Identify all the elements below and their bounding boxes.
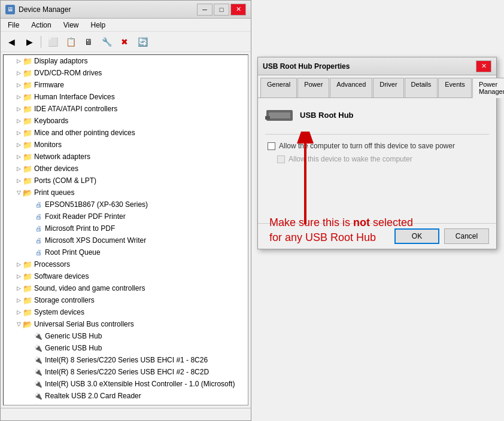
- device-button[interactable]: 🖥: [80, 34, 97, 50]
- tree-item-monitors[interactable]: ▷ 📁 Monitors: [4, 139, 248, 151]
- allow-turnoff-row: Allow the computer to turn off this devi…: [265, 142, 489, 150]
- action-button[interactable]: 📋: [62, 34, 79, 50]
- folder-display-adaptors-icon: 📁: [23, 56, 32, 66]
- toggle-hid[interactable]: ▷: [14, 93, 23, 101]
- tree-item-sound[interactable]: ▷ 📁 Sound, video and game controllers: [4, 282, 248, 294]
- tab-details[interactable]: Details: [405, 78, 438, 97]
- toggle-firmware[interactable]: ▷: [14, 81, 23, 89]
- tree-item-generic-hub-2[interactable]: ▷ 🔌 Generic USB Hub: [4, 342, 248, 354]
- tree-item-system[interactable]: ▷ 📁 System devices: [4, 306, 248, 318]
- toggle-print-queues[interactable]: ▽: [14, 188, 23, 197]
- tab-events[interactable]: Events: [438, 78, 472, 97]
- back-button[interactable]: ◀: [3, 34, 20, 50]
- toggle-dvd[interactable]: ▷: [14, 69, 23, 77]
- minimize-button[interactable]: ─: [197, 4, 212, 16]
- toggle-keyboards[interactable]: ▷: [14, 117, 23, 125]
- toggle-network[interactable]: ▷: [14, 152, 23, 161]
- menu-action[interactable]: Action: [26, 20, 56, 30]
- forward-button[interactable]: ▶: [21, 34, 38, 50]
- tab-power[interactable]: Power: [297, 78, 329, 97]
- tree-item-ports[interactable]: ▷ 📁 Ports (COM & LPT): [4, 175, 248, 187]
- tree-item-dvd[interactable]: ▷ 📁 DVD/CD-ROM drives: [4, 67, 248, 79]
- toggle-system[interactable]: ▷: [14, 308, 23, 316]
- allow-turnoff-label: Allow the computer to turn off this devi…: [279, 142, 455, 150]
- tree-item-display-adaptors[interactable]: ▷ 📁 Display adaptors: [4, 55, 248, 67]
- toggle-monitors[interactable]: ▷: [14, 141, 23, 149]
- tab-general[interactable]: General: [260, 78, 297, 97]
- toggle-software[interactable]: ▷: [14, 272, 23, 280]
- tree-item-hid[interactable]: ▷ 📁 Human Interface Devices: [4, 91, 248, 103]
- tree-item-network[interactable]: ▷ 📁 Network adapters: [4, 151, 248, 163]
- toggle-ports[interactable]: ▷: [14, 176, 23, 185]
- tab-strip: General Power Advanced Driver Details Ev…: [258, 75, 496, 98]
- device-generic-hub-1-icon: 🔌: [34, 331, 43, 341]
- toggle-mice[interactable]: ▷: [14, 129, 23, 137]
- svg-rect-1: [269, 112, 290, 118]
- folder-keyboards-icon: 📁: [23, 116, 32, 126]
- tab-advanced[interactable]: Advanced: [330, 78, 372, 97]
- tree-item-print-queues[interactable]: ▽ 📂 Print queues: [4, 187, 248, 199]
- status-bar: [1, 408, 251, 420]
- toggle-ide[interactable]: ▷: [14, 105, 23, 113]
- menu-view[interactable]: View: [59, 20, 84, 30]
- tree-item-keyboards[interactable]: ▷ 📁 Keyboards: [4, 115, 248, 127]
- folder-ports-icon: 📁: [23, 176, 32, 185]
- title-bar-controls: ─ □ ✕: [197, 4, 246, 16]
- toggle-usb-controllers[interactable]: ▽: [14, 320, 23, 328]
- annotation-bold: not: [353, 216, 370, 228]
- toggle-sound[interactable]: ▷: [14, 284, 23, 292]
- tab-driver[interactable]: Driver: [373, 78, 403, 97]
- tree-item-ms-pdf[interactable]: ▷ 🖨 Microsoft Print to PDF: [4, 222, 248, 234]
- dialog-close-button[interactable]: ✕: [476, 60, 491, 72]
- close-button[interactable]: ✕: [230, 4, 246, 16]
- tree-item-realtek[interactable]: ▷ 🔌 Realtek USB 2.0 Card Reader: [4, 390, 248, 402]
- main-title-bar: 🖥 Device Manager ─ □ ✕: [1, 1, 251, 19]
- tree-item-intel-ehci-2[interactable]: ▷ 🔌 Intel(R) 8 Series/C220 Series USB EH…: [4, 366, 248, 378]
- scan-button[interactable]: 🔧: [98, 34, 115, 50]
- device-intel-ehci-1-icon: 🔌: [34, 355, 43, 365]
- tree-item-ms-xps[interactable]: ▷ 🖨 Microsoft XPS Document Writer: [4, 234, 248, 246]
- device-header: USB Root Hub: [265, 105, 489, 124]
- tree-item-other[interactable]: ▷ 📁 Other devices: [4, 163, 248, 175]
- main-window-title: Device Manager: [19, 5, 193, 14]
- tree-item-ide[interactable]: ▷ 📁 IDE ATA/ATAPI controllers: [4, 103, 248, 115]
- toggle-display-adaptors[interactable]: ▷: [14, 57, 23, 65]
- tree-item-mice[interactable]: ▷ 📁 Mice and other pointing devices: [4, 127, 248, 139]
- device-manager-window: 🖥 Device Manager ─ □ ✕ File Action View …: [0, 0, 251, 421]
- tree-item-firmware[interactable]: ▷ 📁 Firmware: [4, 79, 248, 91]
- tree-item-epson[interactable]: ▷ 🖨 EPSON51B867 (XP-630 Series): [4, 199, 248, 210]
- folder-software-icon: 📁: [23, 271, 32, 281]
- device-generic-hub-2-icon: 🔌: [34, 343, 43, 353]
- allow-wake-label: Allow this device to wake the computer: [289, 155, 412, 163]
- maximize-button[interactable]: □: [214, 4, 229, 16]
- tree-item-root-print[interactable]: ▷ 🖨 Root Print Queue: [4, 246, 248, 258]
- properties-button[interactable]: ⬜: [44, 34, 61, 50]
- menu-bar: File Action View Help: [1, 19, 251, 32]
- tree-item-usb-composite[interactable]: ▷ 🔌 USB Composite Device: [4, 402, 248, 405]
- tree-item-intel-ehci-1[interactable]: ▷ 🔌 Intel(R) 8 Series/C220 Series USB EH…: [4, 354, 248, 366]
- tree-item-intel-usb3[interactable]: ▷ 🔌 Intel(R) USB 3.0 eXtensible Host Con…: [4, 378, 248, 390]
- refresh-button[interactable]: 🔄: [134, 34, 151, 50]
- device-usb-composite-icon: 🔌: [34, 403, 43, 405]
- tree-item-foxit[interactable]: ▷ 🖨 Foxit Reader PDF Printer: [4, 210, 248, 222]
- allow-turnoff-checkbox[interactable]: [268, 142, 275, 150]
- tree-item-generic-hub-1[interactable]: ▷ 🔌 Generic USB Hub: [4, 330, 248, 342]
- svg-rect-2: [265, 116, 270, 120]
- tree-item-usb-controllers[interactable]: ▽ 📂 Universal Serial Bus controllers: [4, 318, 248, 330]
- dialog-content: USB Root Hub Allow the computer to turn …: [258, 98, 496, 223]
- device-ms-pdf-icon: 🖨: [34, 224, 43, 233]
- remove-button[interactable]: ✖: [116, 34, 133, 50]
- tree-item-processors[interactable]: ▷ 📁 Processors: [4, 258, 248, 270]
- tree-item-storage[interactable]: ▷ 📁 Storage controllers: [4, 294, 248, 306]
- tree-item-software[interactable]: ▷ 📁 Software devices: [4, 270, 248, 282]
- menu-file[interactable]: File: [3, 20, 24, 30]
- toggle-storage[interactable]: ▷: [14, 296, 23, 304]
- device-intel-usb3-icon: 🔌: [34, 379, 43, 389]
- menu-help[interactable]: Help: [86, 20, 111, 30]
- folder-print-icon: 📂: [23, 188, 32, 197]
- toggle-processors[interactable]: ▷: [14, 260, 23, 269]
- device-tree[interactable]: ▷ 📁 Display adaptors ▷ 📁 DVD/CD-ROM driv…: [3, 54, 248, 405]
- toggle-other[interactable]: ▷: [14, 164, 23, 173]
- tab-power-management[interactable]: Power Management: [472, 78, 504, 98]
- allow-wake-checkbox[interactable]: [277, 155, 285, 163]
